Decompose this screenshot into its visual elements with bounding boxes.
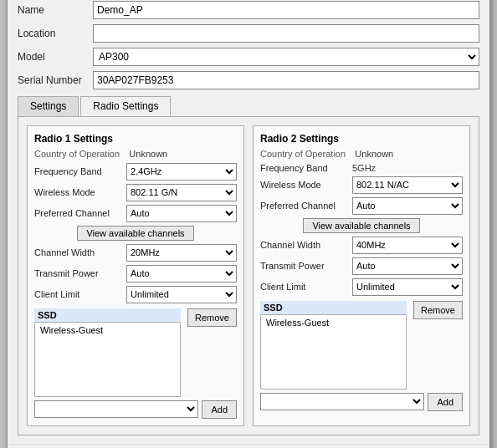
radio2-add-btn[interactable]: Add — [428, 393, 463, 411]
radio2-width-label: Channel Width — [260, 240, 352, 250]
radio2-ssd-col: SSD Wireless-Guest — [260, 301, 407, 389]
radio1-wireless-select[interactable]: 802.11 G/N — [126, 184, 237, 201]
radio1-freq-label: Frequency Band — [34, 166, 126, 176]
location-label: Location — [18, 28, 93, 39]
radio1-title: Radio 1 Settings — [34, 133, 237, 145]
radio2-freq-row: Frequency Band 5GHz — [260, 163, 463, 173]
radio1-country-label: Country of Operation — [34, 149, 126, 159]
radio2-freq-value: 5GHz — [352, 163, 376, 173]
dialog-footer: OK Cancel — [8, 444, 489, 449]
tabs-row: Settings Radio Settings — [18, 96, 479, 116]
radio2-country-label: Country of Operation — [260, 149, 352, 159]
radio1-ssd-section: SSD Wireless-Guest Remove Add — [34, 308, 237, 419]
radio1-channel-label: Preferred Channel — [34, 208, 126, 218]
radio1-width-select[interactable]: 20MHz — [126, 244, 237, 262]
radio2-view-channels-btn[interactable]: View available channels — [303, 218, 420, 233]
name-input[interactable] — [93, 1, 479, 19]
radio1-country-row: Country of Operation Unknown — [34, 148, 237, 160]
radio1-wireless-row: Wireless Mode 802.11 G/N — [34, 184, 237, 201]
radio1-ssd-row: SSD Wireless-Guest Remove — [34, 308, 237, 397]
radio2-width-row: Channel Width 40MHz — [260, 237, 463, 254]
radio-panels: Radio 1 Settings Country of Operation Un… — [27, 125, 470, 426]
model-row: Model AP300 — [18, 48, 479, 66]
radio1-ssd-list: Wireless-Guest — [34, 322, 181, 397]
name-row: Name — [18, 1, 479, 19]
serial-input[interactable] — [93, 71, 479, 89]
radio1-power-label: Transmit Power — [34, 268, 126, 278]
radio2-client-row: Client Limit Unlimited — [260, 278, 463, 296]
radio1-freq-select[interactable]: 2.4GHz — [126, 163, 237, 181]
radio2-ssd-list: Wireless-Guest — [260, 314, 407, 389]
radio1-client-select[interactable]: Unlimited — [126, 286, 237, 303]
radio1-ssd-input-select[interactable] — [34, 400, 198, 418]
radio2-panel: Radio 2 Settings Country of Operation Un… — [253, 125, 470, 426]
tab-content: Radio 1 Settings Country of Operation Un… — [18, 116, 479, 435]
radio1-ssd-bottom: Add — [34, 400, 237, 419]
radio1-wireless-label: Wireless Mode — [34, 187, 126, 197]
serial-label: Serial Number — [18, 74, 93, 86]
location-input[interactable] — [93, 24, 479, 43]
radio2-title: Radio 2 Settings — [260, 133, 463, 145]
location-row: Location — [18, 24, 479, 43]
radio2-ssd-header: SSD — [260, 301, 407, 314]
radio2-country-value: Unknown — [355, 149, 393, 159]
radio1-view-channels-btn[interactable]: View available channels — [77, 226, 194, 241]
radio2-country-row: Country of Operation Unknown — [260, 148, 463, 160]
radio2-power-row: Transmit Power Auto — [260, 257, 463, 275]
radio2-freq-label: Frequency Band — [260, 163, 352, 173]
radio2-remove-btn[interactable]: Remove — [413, 301, 463, 319]
radio2-wireless-row: Wireless Mode 802.11 N/AC — [260, 176, 463, 194]
radio2-ssd-item-0[interactable]: Wireless-Guest — [264, 317, 402, 328]
model-label: Model — [18, 51, 93, 63]
radio1-add-btn[interactable]: Add — [202, 400, 237, 419]
radio2-channel-select[interactable]: Auto — [352, 197, 463, 215]
radio1-ssd-header: SSD — [34, 308, 181, 322]
serial-row: Serial Number — [18, 71, 479, 89]
radio2-wireless-select[interactable]: 802.11 N/AC — [352, 176, 463, 194]
radio2-power-select[interactable]: Auto — [352, 257, 463, 275]
radio2-ssd-section: SSD Wireless-Guest Remove Add — [260, 301, 463, 411]
radio1-panel: Radio 1 Settings Country of Operation Un… — [27, 125, 244, 426]
radio1-remove-btn[interactable]: Remove — [187, 308, 237, 327]
radio1-ssd-col: SSD Wireless-Guest — [34, 308, 181, 397]
tab-radio-settings[interactable]: Radio Settings — [80, 96, 171, 116]
radio1-client-label: Client Limit — [34, 289, 126, 299]
radio2-client-label: Client Limit — [260, 282, 352, 292]
radio1-width-label: Channel Width — [34, 247, 126, 257]
radio2-channel-label: Preferred Channel — [260, 201, 352, 211]
radio1-channel-select[interactable]: Auto — [126, 205, 237, 222]
radio2-wireless-label: Wireless Mode — [260, 180, 352, 190]
name-label: Name — [18, 4, 93, 16]
radio1-country-value: Unknown — [129, 149, 167, 159]
radio2-channel-row: Preferred Channel Auto — [260, 197, 463, 215]
radio1-power-row: Transmit Power Auto — [34, 265, 237, 283]
radio1-freq-row: Frequency Band 2.4GHz — [34, 163, 237, 181]
tab-settings[interactable]: Settings — [18, 96, 79, 116]
model-select[interactable]: AP300 — [93, 48, 479, 66]
radio1-ssd-item-0[interactable]: Wireless-Guest — [38, 324, 177, 336]
radio2-ssd-bottom: Add — [260, 393, 463, 411]
dialog-body: Name Location Model AP300 Serial Number … — [8, 0, 489, 444]
radio1-power-select[interactable]: Auto — [126, 265, 237, 283]
radio1-channel-row: Preferred Channel Auto — [34, 205, 237, 222]
radio2-width-select[interactable]: 40MHz — [352, 237, 463, 254]
radio2-ssd-input-select[interactable] — [260, 393, 424, 410]
radio2-power-label: Transmit Power — [260, 261, 352, 271]
radio1-width-row: Channel Width 20MHz — [34, 244, 237, 262]
radio1-client-row: Client Limit Unlimited — [34, 286, 237, 303]
radio2-client-select[interactable]: Unlimited — [352, 278, 463, 296]
edit-ap-dialog: R Edit Access Point ✕ Name Location Mode… — [7, 0, 490, 448]
radio2-ssd-row: SSD Wireless-Guest Remove — [260, 301, 463, 389]
